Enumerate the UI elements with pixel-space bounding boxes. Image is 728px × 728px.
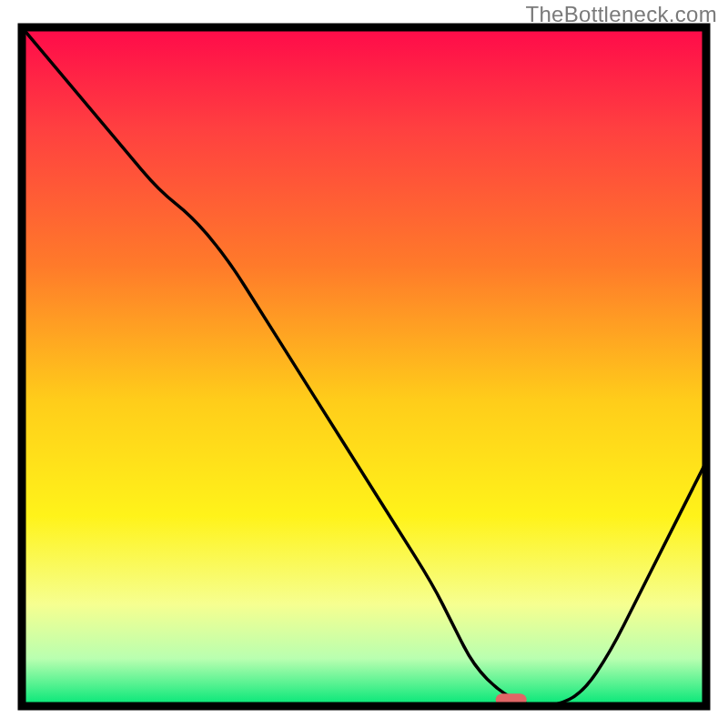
watermark-text: TheBottleneck.com [525, 2, 717, 27]
plot-background [22, 27, 706, 706]
bottleneck-chart [0, 0, 728, 728]
chart-container: TheBottleneck.com [0, 0, 728, 728]
